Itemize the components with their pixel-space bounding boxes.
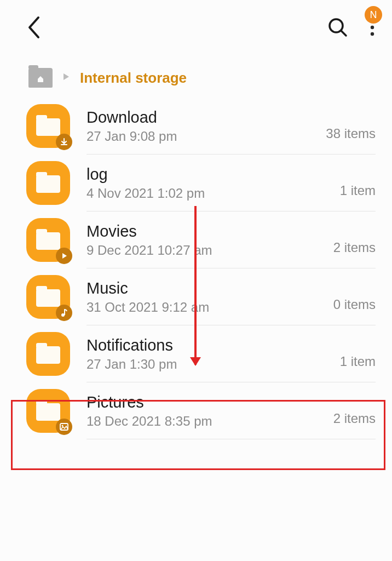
home-folder-icon[interactable] bbox=[28, 68, 53, 88]
folder-date: 27 Jan 1:30 pm bbox=[87, 357, 340, 372]
avatar-letter: N bbox=[370, 9, 377, 21]
svg-marker-5 bbox=[64, 73, 69, 80]
search-icon bbox=[327, 17, 348, 38]
breadcrumb-separator-icon bbox=[62, 72, 70, 84]
svg-point-4 bbox=[371, 32, 374, 36]
folder-list: Download27 Jan 9:08 pm38 itemslog4 Nov 2… bbox=[0, 98, 392, 439]
breadcrumb: Internal storage bbox=[0, 53, 392, 98]
back-button[interactable] bbox=[26, 15, 42, 42]
chevron-left-icon bbox=[26, 15, 42, 39]
folder-row-main: Pictures18 Dec 2021 8:35 pm bbox=[87, 393, 333, 429]
folder-date: 4 Nov 2021 1:02 pm bbox=[87, 186, 340, 201]
folder-name: Music bbox=[87, 279, 333, 297]
folder-item-count: 0 items bbox=[333, 297, 376, 319]
folder-icon bbox=[26, 104, 70, 148]
download-badge-icon bbox=[56, 134, 72, 150]
folder-icon bbox=[26, 218, 70, 262]
folder-item-count: 2 items bbox=[333, 411, 376, 433]
row-divider bbox=[87, 439, 376, 439]
folder-name: Movies bbox=[87, 222, 333, 241]
folder-icon bbox=[26, 332, 70, 376]
folder-row[interactable]: Pictures18 Dec 2021 8:35 pm2 items bbox=[0, 382, 392, 439]
folder-row[interactable]: log4 Nov 2021 1:02 pm1 item bbox=[0, 154, 392, 211]
folder-date: 31 Oct 2021 9:12 am bbox=[87, 300, 333, 315]
folder-row[interactable]: Music31 Oct 2021 9:12 am0 items bbox=[0, 268, 392, 325]
folder-row-main: log4 Nov 2021 1:02 pm bbox=[87, 165, 340, 201]
folder-name: Notifications bbox=[87, 336, 340, 354]
folder-row-main: Download27 Jan 9:08 pm bbox=[87, 108, 326, 144]
folder-row[interactable]: Download27 Jan 9:08 pm38 items bbox=[0, 98, 392, 154]
folder-row-main: Movies9 Dec 2021 10:27 am bbox=[87, 222, 333, 258]
folder-item-count: 1 item bbox=[340, 183, 376, 205]
folder-icon bbox=[26, 161, 70, 205]
more-menu-button[interactable]: N bbox=[370, 18, 374, 39]
folder-row-main: Music31 Oct 2021 9:12 am bbox=[87, 279, 333, 315]
folder-date: 27 Jan 9:08 pm bbox=[87, 129, 326, 144]
image-badge-icon bbox=[56, 419, 72, 435]
music-badge-icon bbox=[56, 305, 72, 321]
folder-row-main: Notifications27 Jan 1:30 pm bbox=[87, 336, 340, 372]
house-icon bbox=[37, 75, 44, 83]
folder-date: 9 Dec 2021 10:27 am bbox=[87, 243, 333, 258]
folder-name: log bbox=[87, 165, 340, 184]
top-bar: N bbox=[0, 0, 392, 53]
folder-date: 18 Dec 2021 8:35 pm bbox=[87, 414, 333, 429]
folder-item-count: 38 items bbox=[326, 126, 376, 148]
account-avatar[interactable]: N bbox=[365, 6, 382, 24]
svg-marker-6 bbox=[62, 253, 67, 259]
folder-item-count: 2 items bbox=[333, 240, 376, 262]
folder-row[interactable]: Notifications27 Jan 1:30 pm1 item bbox=[0, 325, 392, 382]
folder-icon bbox=[26, 275, 70, 319]
svg-line-1 bbox=[341, 31, 346, 36]
folder-icon bbox=[26, 389, 70, 433]
folder-row[interactable]: Movies9 Dec 2021 10:27 am2 items bbox=[0, 211, 392, 268]
folder-name: Download bbox=[87, 108, 326, 127]
folder-item-count: 1 item bbox=[340, 354, 376, 376]
folder-name: Pictures bbox=[87, 393, 333, 411]
play-badge-icon bbox=[56, 248, 72, 264]
search-button[interactable] bbox=[327, 17, 348, 40]
svg-point-3 bbox=[371, 26, 374, 29]
breadcrumb-current[interactable]: Internal storage bbox=[80, 70, 187, 87]
